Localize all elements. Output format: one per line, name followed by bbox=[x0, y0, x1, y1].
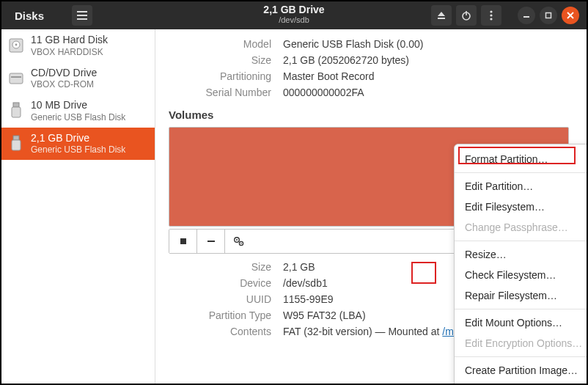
sidebar-item-title: 11 GB Hard Disk bbox=[31, 34, 108, 47]
sidebar-item-hdd[interactable]: 11 GB Hard Disk VBOX HARDDISK bbox=[1, 29, 155, 62]
maximize-icon bbox=[545, 12, 552, 19]
usb-icon bbox=[7, 100, 25, 121]
menu-repair-filesystem[interactable]: Repair Filesystem… bbox=[455, 285, 587, 306]
detail-label-ptype: Partition Type bbox=[169, 309, 271, 321]
svg-point-19 bbox=[236, 239, 238, 241]
sidebar-item-usb-selected[interactable]: 2,1 GB Drive Generic USB Flash Disk bbox=[1, 128, 155, 161]
app-window: Disks 2,1 GB Drive /dev/sdb bbox=[0, 0, 588, 385]
info-value-serial: 000000000002FA bbox=[283, 87, 569, 98]
menu-change-passphrase: Change Passphrase… bbox=[455, 217, 587, 238]
drive-title: 2,1 GB Drive bbox=[263, 4, 324, 15]
svg-point-3 bbox=[490, 14, 492, 16]
svg-rect-10 bbox=[10, 73, 23, 84]
menu-resize[interactable]: Resize… bbox=[455, 244, 587, 265]
minimize-icon bbox=[523, 12, 530, 19]
close-button[interactable] bbox=[562, 7, 579, 24]
volume-toolbar-buttons bbox=[169, 230, 253, 253]
sidebar-item-title: 10 MB Drive bbox=[31, 99, 125, 112]
svg-rect-15 bbox=[12, 140, 21, 150]
maximize-button[interactable] bbox=[540, 7, 557, 24]
svg-point-9 bbox=[15, 44, 18, 46]
svg-rect-17 bbox=[207, 241, 215, 242]
detail-label-device: Device bbox=[169, 277, 271, 289]
titlebar-left: Disks bbox=[1, 5, 92, 26]
menu-format-partition[interactable]: Format Partition… bbox=[455, 149, 587, 169]
svg-rect-12 bbox=[13, 103, 19, 107]
unmount-button[interactable] bbox=[169, 230, 197, 253]
menu-separator bbox=[455, 172, 587, 173]
app-title: Disks bbox=[15, 10, 44, 22]
menu-separator bbox=[455, 309, 587, 309]
sidebar-item-usb-small[interactable]: 10 MB Drive Generic USB Flash Disk bbox=[1, 95, 155, 128]
sidebar: 11 GB Hard Disk VBOX HARDDISK CD/DVD Dri… bbox=[1, 29, 155, 384]
svg-rect-6 bbox=[546, 13, 551, 18]
info-value-partitioning: Master Boot Record bbox=[283, 70, 569, 82]
hdd-icon bbox=[7, 35, 25, 56]
sidebar-item-sub: VBOX HARDDISK bbox=[31, 47, 108, 58]
close-icon bbox=[567, 12, 574, 19]
info-label-partitioning: Partitioning bbox=[169, 70, 271, 82]
minimize-button[interactable] bbox=[518, 7, 535, 24]
menu-edit-mount-options[interactable]: Edit Mount Options… bbox=[455, 312, 587, 333]
volume-settings-menu: Format Partition… Edit Partition… Edit F… bbox=[454, 144, 587, 384]
menu-separator bbox=[455, 241, 587, 241]
volumes-heading: Volumes bbox=[169, 109, 569, 121]
info-label-size: Size bbox=[169, 54, 271, 66]
menu-check-filesystem[interactable]: Check Filesystem… bbox=[455, 265, 587, 285]
drive-menu-button[interactable] bbox=[481, 5, 501, 26]
menu-separator bbox=[455, 356, 587, 357]
power-button[interactable] bbox=[456, 5, 477, 26]
eject-icon bbox=[437, 11, 446, 20]
usb-icon bbox=[7, 133, 25, 154]
drive-path: /dev/sdb bbox=[263, 15, 324, 24]
delete-partition-button[interactable] bbox=[197, 230, 225, 253]
menu-edit-filesystem[interactable]: Edit Filesystem… bbox=[455, 197, 587, 217]
menu-restore-partition-image[interactable]: Restore Partition Image… bbox=[455, 381, 587, 384]
info-label-model: Model bbox=[169, 38, 271, 50]
detail-label-contents: Contents bbox=[169, 326, 271, 337]
detail-label-uuid: UUID bbox=[169, 293, 271, 305]
svg-rect-13 bbox=[12, 107, 21, 117]
sidebar-item-title: CD/DVD Drive bbox=[31, 67, 97, 80]
svg-point-2 bbox=[490, 10, 492, 12]
app-menu-button[interactable] bbox=[72, 5, 92, 26]
titlebar-right bbox=[431, 5, 587, 26]
kebab-icon bbox=[490, 10, 493, 21]
power-icon bbox=[461, 10, 471, 21]
svg-rect-16 bbox=[180, 238, 186, 244]
detail-label-size: Size bbox=[169, 261, 271, 273]
titlebar: Disks 2,1 GB Drive /dev/sdb bbox=[1, 1, 587, 29]
hamburger-icon bbox=[77, 11, 87, 20]
svg-point-21 bbox=[240, 243, 242, 244]
menu-edit-partition[interactable]: Edit Partition… bbox=[455, 176, 587, 197]
sidebar-item-title: 2,1 GB Drive bbox=[31, 132, 125, 145]
sidebar-item-sub: Generic USB Flash Disk bbox=[31, 144, 125, 155]
svg-rect-11 bbox=[11, 76, 21, 78]
menu-edit-encryption-options: Edit Encryption Options… bbox=[455, 333, 587, 353]
stop-icon bbox=[179, 237, 188, 246]
gears-icon bbox=[233, 235, 245, 247]
svg-rect-14 bbox=[13, 136, 19, 140]
sidebar-item-sub: VBOX CD-ROM bbox=[31, 79, 97, 90]
cd-icon bbox=[7, 68, 25, 89]
minus-icon bbox=[206, 237, 216, 246]
info-label-serial: Serial Number bbox=[169, 87, 271, 98]
contents-prefix: FAT (32-bit version) — Mounted at bbox=[283, 326, 442, 337]
main-pane: Model Generic USB Flash Disk (0.00) Size… bbox=[155, 29, 587, 384]
content: 11 GB Hard Disk VBOX HARDDISK CD/DVD Dri… bbox=[1, 29, 587, 384]
info-value-size: 2,1 GB (2052062720 bytes) bbox=[283, 54, 569, 66]
sidebar-item-sub: Generic USB Flash Disk bbox=[31, 112, 125, 123]
menu-create-partition-image[interactable]: Create Partition Image… bbox=[455, 360, 587, 381]
sidebar-item-cd[interactable]: CD/DVD Drive VBOX CD-ROM bbox=[1, 62, 155, 95]
volume-settings-button[interactable] bbox=[225, 230, 253, 253]
svg-point-4 bbox=[490, 18, 492, 20]
titlebar-center: 2,1 GB Drive /dev/sdb bbox=[263, 4, 324, 24]
info-value-model: Generic USB Flash Disk (0.00) bbox=[283, 38, 569, 50]
eject-button[interactable] bbox=[431, 5, 452, 26]
drive-info: Model Generic USB Flash Disk (0.00) Size… bbox=[169, 38, 569, 98]
